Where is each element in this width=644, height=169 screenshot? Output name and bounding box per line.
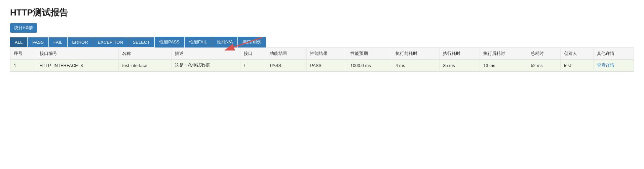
- stats-button[interactable]: 统计/详情: [10, 23, 37, 33]
- table-cell: 35 ms: [440, 60, 480, 71]
- table-row: 1HTTP_INTERFACE_3test interface这是一条测试数据/…: [10, 60, 634, 71]
- column-header: 其他详情: [594, 48, 634, 60]
- tab-exception[interactable]: EXCEPTION: [93, 37, 128, 47]
- table-cell: 52 ms: [527, 60, 560, 71]
- tab-interface-example[interactable]: 接口/用例: [238, 37, 266, 47]
- tab-bar: ALLPASSFAILERROREXCEPTIONSELECT性能PASS性能F…: [10, 37, 634, 47]
- column-header: 功能结果: [266, 48, 307, 60]
- tab-select[interactable]: SELECT: [128, 37, 155, 47]
- column-header: 名称: [119, 48, 172, 60]
- table-cell: test interface: [119, 60, 172, 71]
- column-header: 接口编号: [36, 48, 119, 60]
- table-cell: 查看详情: [594, 60, 634, 71]
- detail-link[interactable]: 查看详情: [597, 63, 614, 68]
- table-cell: /: [240, 60, 266, 71]
- tab-fail[interactable]: FAIL: [49, 37, 67, 47]
- column-header: 描述: [172, 48, 240, 60]
- page-container: HTTP测试报告 统计/详情 ALLPASSFAILERROREXCEPTION…: [0, 0, 644, 169]
- column-header: 序号: [10, 48, 36, 60]
- tab-error[interactable]: ERROR: [68, 37, 93, 47]
- tab-perf-pass[interactable]: 性能PASS: [155, 37, 184, 47]
- table-cell: 1: [10, 60, 36, 71]
- table-wrap: 序号接口编号名称描述接口功能结果性能结果性能预期执行前耗时执行耗时执行后耗时总耗…: [10, 47, 634, 72]
- column-header: 创建人: [560, 48, 593, 60]
- tab-all[interactable]: ALL: [10, 37, 27, 47]
- column-header: 执行后耗时: [480, 48, 527, 60]
- table-cell: HTTP_INTERFACE_3: [36, 60, 119, 71]
- table-cell: PASS: [307, 60, 347, 71]
- table-cell: PASS: [266, 60, 307, 71]
- table-cell: 这是一条测试数据: [172, 60, 240, 71]
- tab-pass[interactable]: PASS: [28, 37, 48, 47]
- column-header: 执行前耗时: [392, 48, 440, 60]
- table-cell: test: [560, 60, 593, 71]
- table-header-row: 序号接口编号名称描述接口功能结果性能结果性能预期执行前耗时执行耗时执行后耗时总耗…: [10, 48, 634, 60]
- page-title: HTTP测试报告: [10, 7, 634, 19]
- column-header: 性能结果: [307, 48, 347, 60]
- column-header: 性能预期: [347, 48, 392, 60]
- table-cell: 13 ms: [480, 60, 527, 71]
- column-header: 总耗时: [527, 48, 560, 60]
- table-cell: 4 ms: [392, 60, 440, 71]
- tab-perf-na[interactable]: 性能N/A: [212, 37, 238, 47]
- column-header: 接口: [240, 48, 266, 60]
- results-table: 序号接口编号名称描述接口功能结果性能结果性能预期执行前耗时执行耗时执行后耗时总耗…: [10, 48, 634, 71]
- column-header: 执行耗时: [440, 48, 480, 60]
- tab-perf-fail[interactable]: 性能FAIL: [185, 37, 212, 47]
- table-cell: 1000.0 ms: [347, 60, 392, 71]
